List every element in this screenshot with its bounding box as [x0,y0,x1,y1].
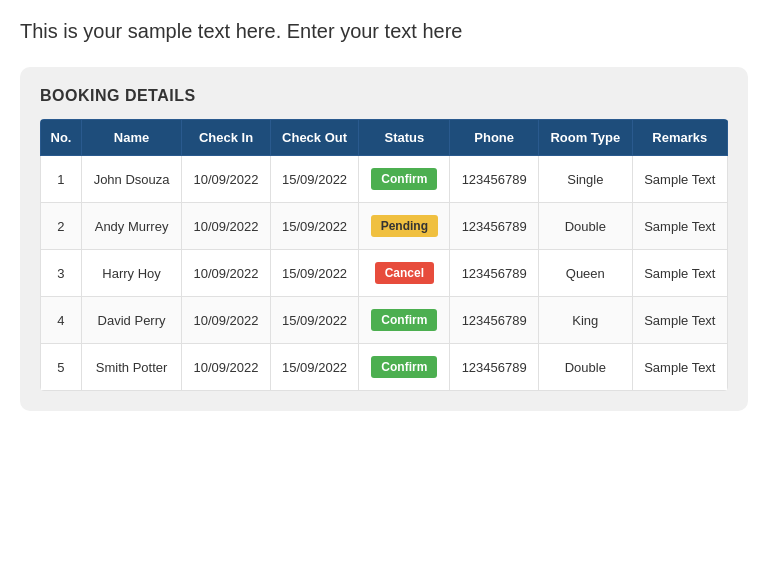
cell-remarks: Sample Text [632,344,727,391]
cell-checkin: 10/09/2022 [182,250,271,297]
table-header-cell: Remarks [632,120,727,156]
table-body: 1John Dsouza10/09/202215/09/2022Confirm1… [41,156,728,391]
cell-phone: 123456789 [450,344,539,391]
table-header-cell: Room Type [538,120,632,156]
cell-phone: 123456789 [450,297,539,344]
cell-status: Confirm [359,156,450,203]
cell-checkout: 15/09/2022 [270,203,359,250]
table-header-cell: Check Out [270,120,359,156]
table-header-cell: Status [359,120,450,156]
cell-checkin: 10/09/2022 [182,203,271,250]
cell-checkout: 15/09/2022 [270,156,359,203]
status-badge[interactable]: Confirm [371,356,437,378]
cell-status: Pending [359,203,450,250]
cell-checkin: 10/09/2022 [182,344,271,391]
cell-remarks: Sample Text [632,203,727,250]
cell-room-type: Single [538,156,632,203]
cell-remarks: Sample Text [632,156,727,203]
cell-no: 5 [41,344,82,391]
cell-name: Smith Potter [81,344,181,391]
table-header-cell: No. [41,120,82,156]
cell-no: 2 [41,203,82,250]
table-header-cell: Name [81,120,181,156]
cell-name: David Perry [81,297,181,344]
cell-room-type: Queen [538,250,632,297]
booking-table: No.NameCheck InCheck OutStatusPhoneRoom … [40,119,728,391]
cell-phone: 123456789 [450,250,539,297]
status-badge[interactable]: Pending [371,215,438,237]
status-badge[interactable]: Cancel [375,262,434,284]
table-row: 1John Dsouza10/09/202215/09/2022Confirm1… [41,156,728,203]
cell-no: 4 [41,297,82,344]
cell-status: Cancel [359,250,450,297]
cell-room-type: Double [538,203,632,250]
table-header-cell: Phone [450,120,539,156]
status-badge[interactable]: Confirm [371,309,437,331]
cell-phone: 123456789 [450,203,539,250]
cell-remarks: Sample Text [632,250,727,297]
table-header-row: No.NameCheck InCheck OutStatusPhoneRoom … [41,120,728,156]
cell-status: Confirm [359,344,450,391]
cell-checkin: 10/09/2022 [182,297,271,344]
cell-room-type: King [538,297,632,344]
cell-remarks: Sample Text [632,297,727,344]
table-header-cell: Check In [182,120,271,156]
cell-checkout: 15/09/2022 [270,297,359,344]
cell-name: John Dsouza [81,156,181,203]
table-row: 2Andy Murrey10/09/202215/09/2022Pending1… [41,203,728,250]
status-badge[interactable]: Confirm [371,168,437,190]
cell-status: Confirm [359,297,450,344]
cell-phone: 123456789 [450,156,539,203]
cell-room-type: Double [538,344,632,391]
cell-checkin: 10/09/2022 [182,156,271,203]
cell-no: 1 [41,156,82,203]
booking-card: BOOKING DETAILS No.NameCheck InCheck Out… [20,67,748,411]
cell-checkout: 15/09/2022 [270,344,359,391]
table-row: 3Harry Hoy10/09/202215/09/2022Cancel1234… [41,250,728,297]
cell-no: 3 [41,250,82,297]
table-row: 4David Perry10/09/202215/09/2022Confirm1… [41,297,728,344]
page-title: This is your sample text here. Enter you… [20,20,748,43]
table-row: 5Smith Potter10/09/202215/09/2022Confirm… [41,344,728,391]
cell-name: Andy Murrey [81,203,181,250]
cell-name: Harry Hoy [81,250,181,297]
card-title: BOOKING DETAILS [40,87,728,105]
cell-checkout: 15/09/2022 [270,250,359,297]
